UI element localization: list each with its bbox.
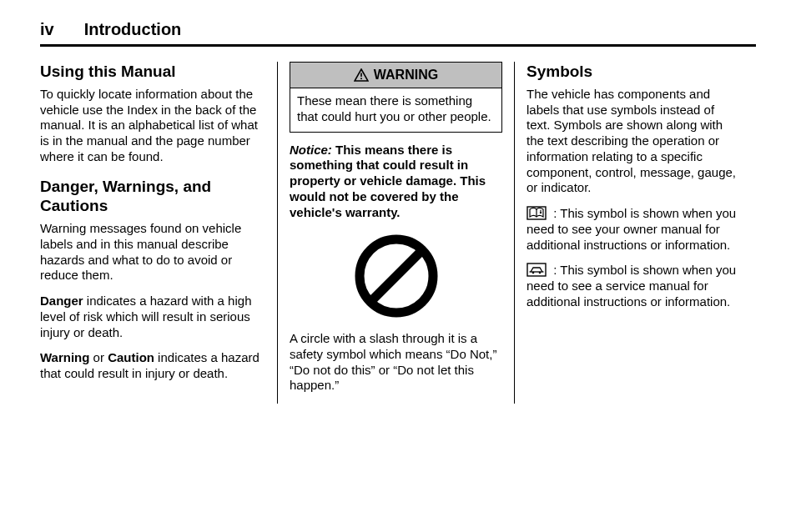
content-columns: Using this Manual To quickly locate info… — [40, 62, 756, 404]
para-warning-caution-def: Warning or Caution indicates a hazard th… — [40, 350, 265, 382]
owner-manual-icon — [526, 206, 547, 220]
service-manual-icon — [526, 263, 547, 277]
warning-box: WARNING These mean there is something th… — [290, 62, 502, 133]
term-danger: Danger — [40, 294, 83, 308]
prohibit-symbol-wrap — [290, 230, 502, 326]
heading-using-manual: Using this Manual — [40, 62, 265, 82]
term-caution: Caution — [108, 350, 154, 364]
page-header: iv Introduction — [40, 20, 756, 47]
column-2: WARNING These mean there is something th… — [277, 62, 514, 404]
para-warning-intro: Warning messages found on vehicle labels… — [40, 221, 265, 284]
prohibit-icon — [350, 230, 442, 322]
para-symbols-intro: The vehicle has components and labels th… — [526, 87, 739, 196]
heading-danger-warnings: Danger, Warnings, and Cautions — [40, 177, 265, 217]
svg-point-6 — [540, 212, 542, 213]
svg-point-11 — [539, 272, 542, 274]
svg-line-3 — [372, 252, 421, 300]
warning-label: WARNING — [374, 67, 438, 83]
heading-symbols: Symbols — [526, 62, 739, 82]
para-using-manual: To quickly locate information about the … — [40, 87, 265, 165]
notice-lead: Notice: — [290, 143, 332, 157]
warning-box-header: WARNING — [290, 63, 501, 88]
symbol-service-manual-text: : This symbol is shown when you need to … — [526, 263, 736, 309]
svg-rect-8 — [527, 263, 546, 276]
symbol-service-manual: : This symbol is shown when you need to … — [526, 263, 739, 309]
svg-point-1 — [360, 78, 362, 79]
warning-triangle-icon — [354, 68, 369, 82]
prohibit-caption: A circle with a slash through it is a sa… — [290, 331, 502, 394]
text-or: or — [89, 350, 108, 364]
warning-box-body: These mean there is something that could… — [290, 88, 501, 132]
symbol-owner-manual-text: : This symbol is shown when you need to … — [526, 206, 736, 252]
para-danger-def: Danger indicates a hazard with a high le… — [40, 294, 265, 340]
svg-point-10 — [532, 272, 535, 274]
notice-paragraph: Notice: This means there is something th… — [290, 143, 502, 221]
page-number: iv — [40, 20, 54, 39]
column-1: Using this Manual To quickly locate info… — [40, 62, 277, 404]
column-3: Symbols The vehicle has components and l… — [514, 62, 751, 404]
term-warning: Warning — [40, 350, 89, 364]
page-title: Introduction — [84, 20, 182, 39]
symbol-owner-manual: : This symbol is shown when you need to … — [526, 206, 739, 253]
